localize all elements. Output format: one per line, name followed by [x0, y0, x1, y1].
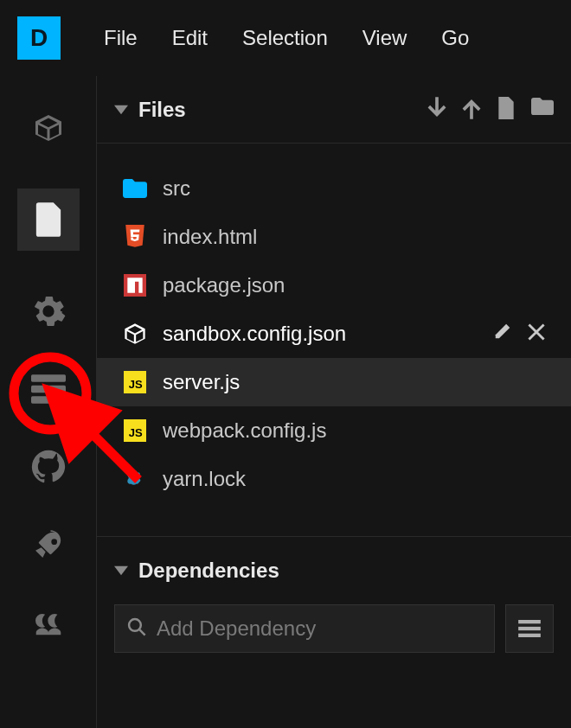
file-row[interactable]: JS server.js	[97, 358, 571, 406]
dependencies-section-title: Dependencies	[138, 559, 279, 583]
upload-icon[interactable]	[462, 97, 481, 123]
js-icon: JS	[123, 418, 147, 443]
new-file-icon[interactable]	[497, 97, 516, 123]
svg-rect-11	[518, 634, 541, 637]
deploy-icon[interactable]	[31, 527, 66, 562]
edit-icon[interactable]	[493, 322, 512, 346]
sidebar: Files src index.html	[97, 76, 571, 728]
files-section-actions	[427, 97, 554, 123]
files-section-header[interactable]: Files	[97, 76, 571, 144]
close-icon[interactable]	[528, 322, 545, 346]
file-row[interactable]: yarn.lock	[97, 455, 571, 503]
logo[interactable]: D	[17, 16, 61, 60]
svg-text:JS: JS	[129, 426, 143, 439]
files-icon[interactable]	[17, 188, 80, 251]
menu-selection[interactable]: Selection	[242, 26, 328, 50]
dependencies-menu-button[interactable]	[505, 604, 554, 653]
html-icon	[123, 225, 147, 249]
file-row[interactable]: sandbox.config.json	[97, 310, 571, 358]
server-icon[interactable]	[31, 372, 66, 406]
menu-edit[interactable]: Edit	[172, 26, 208, 50]
live-icon[interactable]	[31, 605, 66, 640]
file-name: server.js	[163, 370, 545, 394]
file-row[interactable]: package.json	[97, 261, 571, 310]
file-list: src index.html package.json sandbox.conf…	[97, 144, 571, 537]
add-dependency-input[interactable]	[157, 616, 482, 641]
chevron-down-icon	[114, 105, 128, 115]
svg-rect-0	[31, 374, 66, 381]
file-row[interactable]: JS webpack.config.js	[97, 406, 571, 455]
menu-view[interactable]: View	[362, 26, 407, 50]
file-name: package.json	[163, 273, 545, 297]
file-name: index.html	[163, 225, 545, 249]
settings-icon[interactable]	[31, 294, 66, 329]
codesandbox-icon	[123, 322, 147, 346]
folder-icon	[123, 176, 147, 201]
yarn-icon	[123, 467, 147, 491]
files-section-title: Files	[138, 98, 417, 122]
menu-go[interactable]: Go	[441, 26, 469, 50]
sandbox-icon[interactable]	[31, 111, 66, 145]
file-name: src	[163, 176, 545, 201]
svg-rect-10	[518, 627, 541, 630]
file-row-folder[interactable]: src	[97, 164, 571, 213]
svg-text:JS: JS	[129, 378, 143, 391]
download-icon[interactable]	[427, 97, 446, 123]
file-row[interactable]: index.html	[97, 213, 571, 261]
activity-bar	[0, 76, 97, 728]
add-dependency-input-wrapper[interactable]	[114, 604, 495, 653]
search-icon	[127, 617, 146, 640]
svg-rect-2	[31, 396, 66, 403]
github-icon[interactable]	[31, 450, 66, 484]
new-folder-icon[interactable]	[531, 97, 554, 123]
svg-rect-1	[31, 386, 66, 393]
dependencies-input-row	[97, 604, 571, 653]
chevron-down-icon	[114, 565, 128, 576]
dependencies-section-header[interactable]: Dependencies	[97, 537, 571, 604]
file-name: sandbox.config.json	[163, 322, 478, 346]
menu-file[interactable]: File	[104, 26, 138, 50]
file-name: webpack.config.js	[163, 418, 545, 443]
svg-point-8	[129, 619, 141, 631]
js-icon: JS	[123, 370, 147, 394]
file-name: yarn.lock	[163, 467, 545, 491]
svg-rect-9	[518, 620, 541, 623]
npm-icon	[123, 273, 147, 297]
menubar: D File Edit Selection View Go	[0, 0, 571, 76]
